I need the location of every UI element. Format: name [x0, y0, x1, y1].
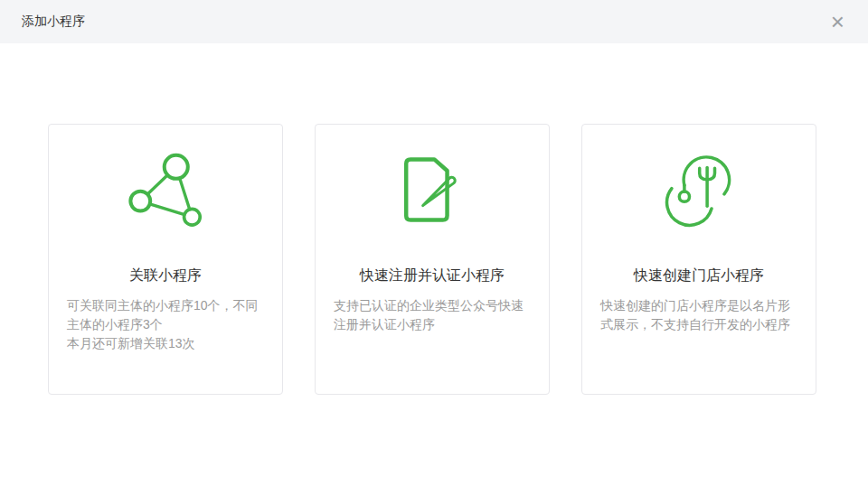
add-miniprogram-dialog: 添加小程序 × 关联小程序 可关联同主体的小程序10个，不同主体的小程序3个 本…	[0, 0, 868, 495]
card-title: 快速创建门店小程序	[582, 266, 816, 285]
card-link-miniprogram[interactable]: 关联小程序 可关联同主体的小程序10个，不同主体的小程序3个 本月还可新增关联1…	[48, 124, 283, 395]
card-description: 可关联同主体的小程序10个，不同主体的小程序3个	[67, 296, 264, 334]
card-description-line2: 本月还可新增关联13次	[67, 334, 264, 353]
card-title: 关联小程序	[49, 266, 282, 285]
card-title: 快速注册并认证小程序	[316, 266, 549, 285]
dialog-header: 添加小程序 ×	[0, 0, 868, 43]
card-description: 快速创建的门店小程序是以名片形式展示，不支持自行开发的小程序	[600, 296, 797, 334]
icon-wrap	[582, 152, 816, 228]
option-cards-row: 关联小程序 可关联同主体的小程序10个，不同主体的小程序3个 本月还可新增关联1…	[0, 43, 868, 395]
close-icon[interactable]: ×	[831, 13, 844, 31]
icon-wrap	[49, 152, 282, 228]
document-pen-icon	[396, 154, 468, 226]
network-nodes-icon	[127, 152, 203, 228]
fork-swirl-icon	[661, 152, 737, 228]
dialog-title: 添加小程序	[22, 14, 85, 30]
card-register-miniprogram[interactable]: 快速注册并认证小程序 支持已认证的企业类型公众号快速注册并认证小程序	[315, 124, 550, 395]
icon-wrap	[316, 152, 549, 228]
card-store-miniprogram[interactable]: 快速创建门店小程序 快速创建的门店小程序是以名片形式展示，不支持自行开发的小程序	[581, 124, 816, 395]
card-description: 支持已认证的企业类型公众号快速注册并认证小程序	[334, 296, 531, 334]
